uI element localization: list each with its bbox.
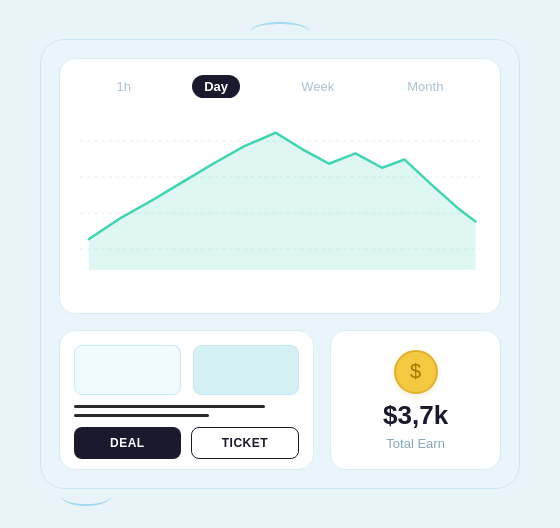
tab-month[interactable]: Month (395, 75, 455, 98)
chart-fill (89, 133, 476, 270)
main-card: 1h Day Week Month (40, 39, 520, 489)
coin-icon: $ (394, 350, 438, 394)
dollar-symbol: $ (410, 360, 421, 383)
tab-day[interactable]: Day (192, 75, 240, 98)
deal-button[interactable]: DEAL (74, 427, 181, 459)
bottom-section: DEAL TICKET $ $3,7k Total Earn (59, 330, 501, 470)
chart-card: 1h Day Week Month (59, 58, 501, 314)
tab-1h[interactable]: 1h (105, 75, 143, 98)
text-line-short (74, 414, 209, 417)
chart-svg (80, 110, 480, 270)
thumbnail-medium (193, 345, 300, 395)
time-tabs: 1h Day Week Month (80, 75, 480, 98)
text-lines (74, 405, 299, 417)
tab-week[interactable]: Week (289, 75, 346, 98)
chart-area (80, 110, 480, 270)
earn-label: Total Earn (386, 436, 445, 451)
text-line-long (74, 405, 265, 408)
ticket-button[interactable]: TICKET (191, 427, 300, 459)
card-buttons: DEAL TICKET (74, 427, 299, 459)
thumbnail-light (74, 345, 181, 395)
earn-amount: $3,7k (383, 402, 448, 428)
deal-ticket-card: DEAL TICKET (59, 330, 314, 470)
card-thumbnails (74, 345, 299, 395)
earn-card: $ $3,7k Total Earn (330, 330, 501, 470)
